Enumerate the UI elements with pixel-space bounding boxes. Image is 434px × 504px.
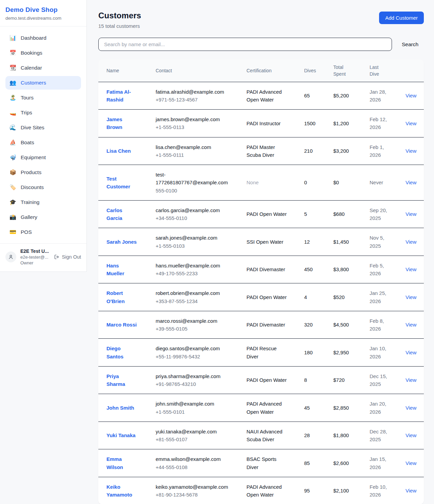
sidebar-item-trips[interactable]: 🚤 Trips: [5, 106, 81, 119]
customer-name-link[interactable]: Test Customer: [106, 176, 130, 189]
sidebar-item-training[interactable]: 🎓 Training: [5, 195, 81, 209]
customer-name-link[interactable]: Sarah Jones: [106, 239, 137, 245]
customers-table-card: Name Contact Certification Dives Total S…: [98, 60, 424, 504]
customer-name-link[interactable]: Fatima Al-Rashid: [106, 89, 131, 102]
customer-phone: +39-555-0105: [156, 325, 230, 333]
sidebar-item-tours[interactable]: 🏝️ Tours: [5, 91, 81, 105]
bookings-icon: 📅: [9, 50, 16, 56]
customer-last-dive: Feb 10, 2026: [361, 477, 397, 504]
view-link[interactable]: View: [406, 460, 416, 466]
view-link[interactable]: View: [406, 239, 416, 245]
customer-email: test-1772681807767@example.com: [156, 171, 230, 187]
avatar: [5, 251, 16, 262]
sidebar-item-boats[interactable]: ⛵ Boats: [5, 136, 81, 149]
table-row: Emma Wilson emma.wilson@example.com +44-…: [98, 449, 424, 477]
customer-dives: 85: [296, 449, 325, 477]
customer-name-link[interactable]: James Brown: [106, 116, 122, 130]
customer-phone: +1-555-0113: [156, 123, 230, 131]
main-content: Customers 15 total customers Add Custome…: [87, 0, 434, 504]
column-header-dives: Dives: [296, 60, 325, 82]
table-row: Robert O'Brien robert.obrien@example.com…: [98, 283, 424, 311]
customer-last-dive: Jan 25, 2026: [361, 283, 397, 311]
customer-name-link[interactable]: Lisa Chen: [106, 148, 131, 154]
page-header: Customers 15 total customers Add Custome…: [98, 11, 424, 29]
page-subtitle: 15 total customers: [98, 23, 141, 29]
customer-name-link[interactable]: Yuki Tanaka: [106, 432, 136, 438]
customer-dives: 95: [296, 477, 325, 504]
customer-phone: +81-90-1234-5678: [156, 491, 230, 499]
customer-email: emma.wilson@example.com: [156, 455, 230, 463]
table-row: John Smith john.smith@example.com +1-555…: [98, 394, 424, 422]
customer-phone: +1-555-0103: [156, 242, 230, 250]
table-header-row: Name Contact Certification Dives Total S…: [98, 60, 424, 82]
calendar-icon: 📆: [9, 65, 16, 71]
user-role: Owner: [20, 260, 50, 265]
customer-total-spent: $5,200: [325, 82, 361, 110]
sidebar-item-products[interactable]: 📦 Products: [5, 166, 81, 179]
customer-email: carlos.garcia@example.com: [156, 206, 230, 214]
customer-last-dive: Jan 20, 2026: [361, 394, 397, 422]
customer-name-link[interactable]: Diego Santos: [106, 346, 123, 359]
customer-dives: 210: [296, 137, 325, 165]
view-link[interactable]: View: [406, 488, 416, 493]
view-link[interactable]: View: [406, 266, 416, 272]
customer-name-link[interactable]: John Smith: [106, 405, 134, 411]
search-button[interactable]: Search: [401, 39, 419, 50]
customer-last-dive: Jan 28, 2026: [361, 82, 397, 110]
add-customer-button[interactable]: Add Customer: [379, 12, 424, 24]
user-email: e2e-tester@...: [20, 255, 50, 260]
sidebar-item-pos[interactable]: 💳 POS: [5, 225, 81, 239]
sidebar-item-label: Dive Sites: [21, 125, 44, 131]
column-header-certification: Certification: [238, 60, 296, 82]
customer-phone: +1-555-0101: [156, 408, 230, 416]
view-link[interactable]: View: [406, 180, 416, 185]
customer-certification: PADI Master Scuba Diver: [246, 144, 275, 158]
sidebar-item-dashboard[interactable]: 📊 Dashboard: [5, 31, 81, 45]
view-link[interactable]: View: [406, 148, 416, 154]
view-link[interactable]: View: [406, 322, 416, 328]
sidebar-item-calendar[interactable]: 📆 Calendar: [5, 61, 81, 75]
sidebar-item-customers[interactable]: 👥 Customers: [5, 76, 81, 90]
sidebar-item-bookings[interactable]: 📅 Bookings: [5, 46, 81, 60]
dive-sites-icon: 🌊: [9, 125, 16, 130]
customer-phone: +49-170-555-2233: [156, 269, 230, 277]
table-row: Lisa Chen lisa.chen@example.com +1-555-0…: [98, 137, 424, 165]
view-link[interactable]: View: [406, 294, 416, 300]
customer-total-spent: $1,450: [325, 228, 361, 256]
sidebar-item-equipment[interactable]: 🤿 Equipment: [5, 151, 81, 164]
sidebar-item-dive-sites[interactable]: 🌊 Dive Sites: [5, 121, 81, 134]
customer-certification: PADI Divemaster: [246, 322, 285, 328]
customer-email: lisa.chen@example.com: [156, 143, 230, 151]
customer-total-spent: $680: [325, 200, 361, 228]
view-link[interactable]: View: [406, 432, 416, 438]
sidebar-user-section: E2E Test U... e2e-tester@... Owner Sign …: [0, 243, 86, 272]
customer-name-link[interactable]: Keiko Yamamoto: [106, 484, 132, 498]
view-link[interactable]: View: [406, 211, 416, 217]
table-row: Priya Sharma priya.sharma@example.com +9…: [98, 366, 424, 394]
customer-dives: 450: [296, 256, 325, 283]
column-header-total-spent: Total Spent: [325, 60, 361, 82]
view-link[interactable]: View: [406, 120, 416, 126]
view-link[interactable]: View: [406, 377, 416, 383]
customer-name-link[interactable]: Hans Mueller: [106, 263, 124, 276]
customer-name-link[interactable]: Priya Sharma: [106, 373, 125, 387]
view-link[interactable]: View: [406, 350, 416, 355]
customer-dives: 4: [296, 283, 325, 311]
customer-dives: 5: [296, 200, 325, 228]
sign-out-label: Sign Out: [62, 254, 81, 260]
view-link[interactable]: View: [406, 405, 416, 411]
customer-name-link[interactable]: Marco Rossi: [106, 322, 137, 328]
view-link[interactable]: View: [406, 93, 416, 98]
sign-out-button[interactable]: Sign Out: [54, 254, 81, 260]
search-input[interactable]: [98, 38, 392, 51]
customer-name-link[interactable]: Emma Wilson: [106, 456, 123, 470]
page-title: Customers: [98, 11, 141, 20]
customer-last-dive: Feb 12, 2026: [361, 110, 397, 137]
customer-certification: SSI Open Water: [246, 239, 283, 245]
sidebar-item-discounts[interactable]: 🏷️ Discounts: [5, 181, 81, 194]
customer-name-link[interactable]: Carlos Garcia: [106, 207, 122, 221]
customer-name-link[interactable]: Robert O'Brien: [106, 290, 125, 304]
sidebar-item-gallery[interactable]: 📸 Gallery: [5, 210, 81, 224]
tours-icon: 🏝️: [9, 95, 16, 100]
customer-email: yuki.tanaka@example.com: [156, 428, 230, 435]
